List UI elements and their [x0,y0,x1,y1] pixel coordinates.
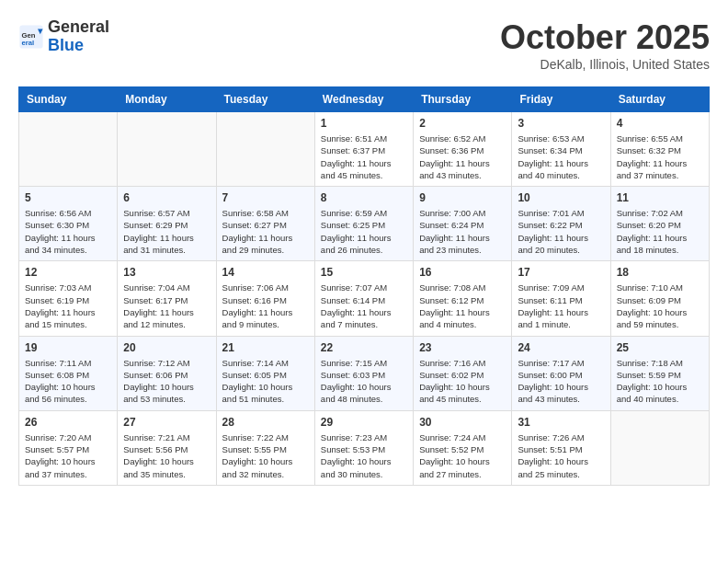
calendar-week-row: 1Sunrise: 6:51 AMSunset: 6:37 PMDaylight… [19,112,710,187]
day-header: Sunday [19,87,118,112]
calendar-cell: 22Sunrise: 7:15 AMSunset: 6:03 PMDayligh… [314,336,413,410]
day-number: 28 [222,416,309,429]
day-number: 4 [617,117,703,130]
day-number: 17 [518,266,604,279]
calendar-cell: 16Sunrise: 7:08 AMSunset: 6:12 PMDayligh… [414,261,512,336]
day-number: 3 [518,117,604,130]
day-info: Sunrise: 7:21 AMSunset: 5:56 PMDaylight:… [123,431,210,480]
day-number: 30 [419,416,506,429]
logo-icon: Gen eral [18,24,44,50]
calendar-cell [610,410,709,485]
calendar-cell: 26Sunrise: 7:20 AMSunset: 5:57 PMDayligh… [19,410,118,485]
calendar-cell: 3Sunrise: 6:53 AMSunset: 6:34 PMDaylight… [512,112,610,187]
day-info: Sunrise: 7:07 AMSunset: 6:14 PMDaylight:… [321,282,407,330]
day-number: 1 [321,117,407,130]
calendar-cell: 20Sunrise: 7:12 AMSunset: 6:06 PMDayligh… [118,336,216,410]
day-info: Sunrise: 7:20 AMSunset: 5:57 PMDaylight:… [25,431,111,480]
calendar-cell: 25Sunrise: 7:18 AMSunset: 5:59 PMDayligh… [610,336,709,410]
logo: Gen eral General Blue [18,18,109,55]
day-info: Sunrise: 7:08 AMSunset: 6:12 PMDaylight:… [419,282,506,330]
day-info: Sunrise: 6:56 AMSunset: 6:30 PMDaylight:… [25,207,111,256]
logo-text: General Blue [48,18,109,55]
day-header: Saturday [610,87,709,112]
calendar-cell: 12Sunrise: 7:03 AMSunset: 6:19 PMDayligh… [19,261,118,336]
day-header: Tuesday [216,87,314,112]
month-title: October 2025 [500,18,710,57]
svg-text:eral: eral [22,39,35,47]
calendar-cell: 18Sunrise: 7:10 AMSunset: 6:09 PMDayligh… [610,261,709,336]
calendar-cell: 5Sunrise: 6:56 AMSunset: 6:30 PMDaylight… [19,187,118,261]
calendar-cell: 8Sunrise: 6:59 AMSunset: 6:25 PMDaylight… [314,187,413,261]
day-number: 15 [321,266,407,279]
calendar-cell: 11Sunrise: 7:02 AMSunset: 6:20 PMDayligh… [610,187,709,261]
day-info: Sunrise: 7:02 AMSunset: 6:20 PMDaylight:… [617,207,703,256]
page-header: Gen eral General Blue October 2025 DeKal… [18,18,710,72]
title-block: October 2025 DeKalb, Illinois, United St… [500,18,710,72]
calendar-week-row: 12Sunrise: 7:03 AMSunset: 6:19 PMDayligh… [19,261,710,336]
day-info: Sunrise: 7:06 AMSunset: 6:16 PMDaylight:… [222,282,309,330]
day-number: 5 [25,191,111,204]
day-info: Sunrise: 7:10 AMSunset: 6:09 PMDaylight:… [617,282,703,330]
calendar-cell: 6Sunrise: 6:57 AMSunset: 6:29 PMDaylight… [118,187,216,261]
calendar-header-row: SundayMondayTuesdayWednesdayThursdayFrid… [19,87,710,112]
calendar-cell: 7Sunrise: 6:58 AMSunset: 6:27 PMDaylight… [216,187,314,261]
calendar-cell: 13Sunrise: 7:04 AMSunset: 6:17 PMDayligh… [118,261,216,336]
calendar-cell: 1Sunrise: 6:51 AMSunset: 6:37 PMDaylight… [314,112,413,187]
day-number: 26 [25,416,111,429]
location: DeKalb, Illinois, United States [500,57,710,72]
day-number: 11 [617,191,703,204]
day-number: 24 [518,341,604,354]
calendar-cell: 29Sunrise: 7:23 AMSunset: 5:53 PMDayligh… [314,410,413,485]
calendar-cell: 9Sunrise: 7:00 AMSunset: 6:24 PMDaylight… [414,187,512,261]
day-number: 13 [123,266,210,279]
day-header: Thursday [414,87,512,112]
day-number: 22 [321,341,407,354]
day-number: 27 [123,416,210,429]
day-info: Sunrise: 7:18 AMSunset: 5:59 PMDaylight:… [617,357,703,406]
calendar-cell: 15Sunrise: 7:07 AMSunset: 6:14 PMDayligh… [314,261,413,336]
calendar-week-row: 5Sunrise: 6:56 AMSunset: 6:30 PMDaylight… [19,187,710,261]
calendar-cell: 31Sunrise: 7:26 AMSunset: 5:51 PMDayligh… [512,410,610,485]
calendar-week-row: 26Sunrise: 7:20 AMSunset: 5:57 PMDayligh… [19,410,710,485]
calendar-cell: 14Sunrise: 7:06 AMSunset: 6:16 PMDayligh… [216,261,314,336]
day-number: 12 [25,266,111,279]
day-header: Wednesday [314,87,413,112]
day-info: Sunrise: 6:51 AMSunset: 6:37 PMDaylight:… [321,132,407,181]
day-info: Sunrise: 7:26 AMSunset: 5:51 PMDaylight:… [518,431,604,480]
calendar-cell: 19Sunrise: 7:11 AMSunset: 6:08 PMDayligh… [19,336,118,410]
day-info: Sunrise: 6:55 AMSunset: 6:32 PMDaylight:… [617,132,703,181]
day-info: Sunrise: 6:52 AMSunset: 6:36 PMDaylight:… [419,132,506,181]
day-info: Sunrise: 7:09 AMSunset: 6:11 PMDaylight:… [518,282,604,330]
calendar-cell: 4Sunrise: 6:55 AMSunset: 6:32 PMDaylight… [610,112,709,187]
day-number: 25 [617,341,703,354]
calendar-cell: 10Sunrise: 7:01 AMSunset: 6:22 PMDayligh… [512,187,610,261]
day-info: Sunrise: 7:04 AMSunset: 6:17 PMDaylight:… [123,282,210,330]
calendar-cell: 23Sunrise: 7:16 AMSunset: 6:02 PMDayligh… [414,336,512,410]
calendar-cell: 17Sunrise: 7:09 AMSunset: 6:11 PMDayligh… [512,261,610,336]
day-number: 19 [25,341,111,354]
calendar-cell: 21Sunrise: 7:14 AMSunset: 6:05 PMDayligh… [216,336,314,410]
day-info: Sunrise: 7:24 AMSunset: 5:52 PMDaylight:… [419,431,506,480]
calendar-cell [19,112,118,187]
day-number: 29 [321,416,407,429]
day-number: 9 [419,191,506,204]
day-info: Sunrise: 7:23 AMSunset: 5:53 PMDaylight:… [321,431,407,480]
day-number: 23 [419,341,506,354]
calendar-cell: 28Sunrise: 7:22 AMSunset: 5:55 PMDayligh… [216,410,314,485]
logo-general: General [48,18,109,37]
calendar-cell: 24Sunrise: 7:17 AMSunset: 6:00 PMDayligh… [512,336,610,410]
day-number: 7 [222,191,309,204]
day-number: 8 [321,191,407,204]
day-number: 2 [419,117,506,130]
day-number: 21 [222,341,309,354]
day-number: 14 [222,266,309,279]
calendar-cell: 2Sunrise: 6:52 AMSunset: 6:36 PMDaylight… [414,112,512,187]
day-info: Sunrise: 6:57 AMSunset: 6:29 PMDaylight:… [123,207,210,256]
day-number: 6 [123,191,210,204]
day-info: Sunrise: 7:22 AMSunset: 5:55 PMDaylight:… [222,431,309,480]
day-info: Sunrise: 6:58 AMSunset: 6:27 PMDaylight:… [222,207,309,256]
calendar-cell: 30Sunrise: 7:24 AMSunset: 5:52 PMDayligh… [414,410,512,485]
day-number: 31 [518,416,604,429]
day-header: Monday [118,87,216,112]
day-number: 10 [518,191,604,204]
